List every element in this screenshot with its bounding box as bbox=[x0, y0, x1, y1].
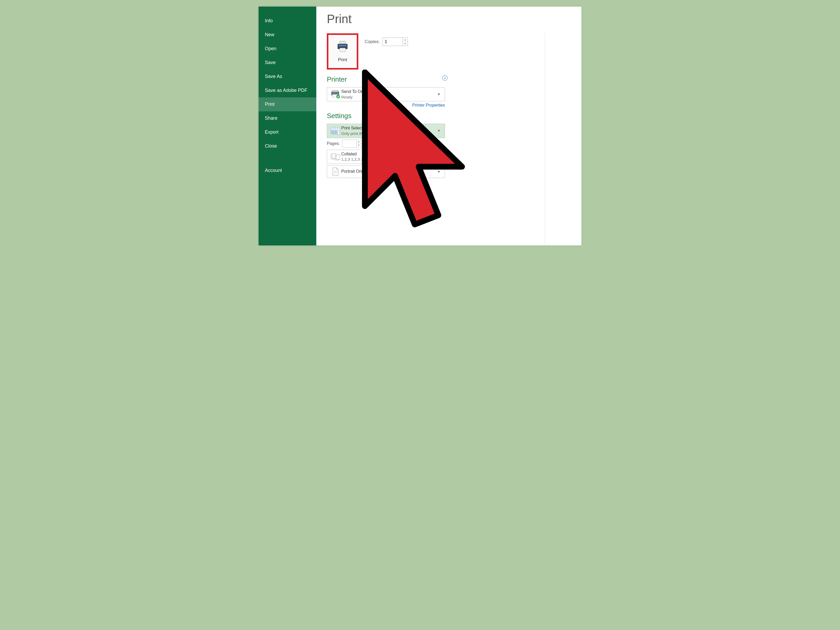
pages-range-row: Pages: ▲ ▼ to ▲ ▼ bbox=[327, 140, 445, 147]
sidebar-item-save-as-pdf[interactable]: Save as Adobe PDF bbox=[259, 84, 316, 97]
printer-ready-icon bbox=[330, 90, 341, 99]
down-icon[interactable]: ▼ bbox=[357, 144, 361, 147]
pages-to-label: to bbox=[363, 141, 367, 146]
svg-point-9 bbox=[336, 95, 340, 98]
chevron-down-icon: ▼ bbox=[436, 92, 442, 96]
copies-up-icon[interactable]: ▲ bbox=[403, 38, 408, 42]
copies-down-icon[interactable]: ▼ bbox=[403, 42, 408, 46]
print-button-label: Print bbox=[338, 57, 347, 63]
chevron-down-icon: ▼ bbox=[436, 170, 442, 174]
chevron-down-icon: ▼ bbox=[436, 129, 442, 133]
sidebar-item-open[interactable]: Open bbox=[259, 42, 316, 56]
copies-label: Copies: bbox=[365, 39, 380, 44]
svg-rect-7 bbox=[332, 90, 338, 92]
collate-icon bbox=[330, 153, 341, 161]
chevron-down-icon: ▼ bbox=[436, 155, 442, 159]
printer-name: Send To OneNote 2013 bbox=[341, 89, 436, 95]
backstage-sidebar: Info New Open Save Save As Save as Adobe… bbox=[259, 6, 316, 245]
printer-properties-link[interactable]: Printer Properties bbox=[327, 103, 445, 107]
sidebar-item-save[interactable]: Save bbox=[259, 56, 316, 69]
sidebar-item-print[interactable]: Print bbox=[259, 97, 316, 111]
up-icon[interactable]: ▲ bbox=[357, 140, 361, 144]
collate-selector[interactable]: Collated 1,2,3 1,2,3 1,2,3 ▼ bbox=[327, 150, 445, 164]
copies-control: Copies: ▲ ▼ bbox=[365, 38, 408, 46]
page-title: Print bbox=[327, 12, 571, 26]
sidebar-item-close[interactable]: Close bbox=[259, 139, 316, 153]
svg-rect-2 bbox=[339, 45, 346, 46]
printer-section-title: Printer bbox=[327, 75, 571, 84]
up-icon[interactable]: ▲ bbox=[384, 140, 388, 144]
sidebar-item-share[interactable]: Share bbox=[259, 111, 316, 125]
printer-icon bbox=[336, 41, 349, 53]
printer-selector[interactable]: Send To OneNote 2013 Ready ▼ bbox=[327, 87, 445, 101]
sidebar-item-account[interactable]: Account bbox=[259, 164, 316, 177]
sidebar-item-new[interactable]: New bbox=[259, 28, 316, 42]
sidebar-item-info[interactable]: Info bbox=[259, 14, 316, 28]
orientation-line1: Portrait Orientation bbox=[341, 169, 436, 174]
orientation-selector[interactable]: Portrait Orientation ▼ bbox=[327, 165, 445, 178]
printer-status: Ready bbox=[341, 95, 436, 100]
settings-section-title: Settings bbox=[327, 112, 571, 120]
print-scope-line2: Only print the current selecti... bbox=[341, 131, 436, 136]
pages-to-spinner[interactable]: ▲ ▼ bbox=[369, 140, 388, 147]
pages-label: Pages: bbox=[327, 141, 340, 146]
print-pane: Print Print bbox=[316, 6, 581, 245]
collate-line2: 1,2,3 1,2,3 1,2,3 bbox=[341, 157, 436, 162]
printer-info-icon[interactable]: i bbox=[442, 75, 448, 81]
portrait-page-icon bbox=[330, 167, 341, 176]
svg-rect-21 bbox=[336, 155, 340, 159]
svg-rect-17 bbox=[331, 131, 337, 134]
down-icon[interactable]: ▼ bbox=[384, 144, 388, 147]
print-scope-selector[interactable]: Print Selection Only print the current s… bbox=[327, 124, 445, 138]
grid-selection-icon bbox=[330, 127, 341, 134]
copies-input[interactable] bbox=[383, 38, 403, 46]
print-button[interactable]: Print bbox=[327, 33, 358, 69]
preview-divider bbox=[545, 33, 545, 245]
pages-from-input[interactable] bbox=[342, 140, 357, 147]
print-scope-line1: Print Selection bbox=[341, 125, 436, 131]
svg-rect-0 bbox=[339, 41, 346, 44]
svg-rect-3 bbox=[339, 48, 346, 52]
pages-to-input[interactable] bbox=[369, 140, 383, 147]
collate-line1: Collated bbox=[341, 152, 436, 157]
backstage-window: Info New Open Save Save As Save as Adobe… bbox=[259, 6, 581, 245]
pages-from-spinner[interactable]: ▲ ▼ bbox=[342, 140, 361, 147]
copies-spinner[interactable]: ▲ ▼ bbox=[382, 38, 408, 46]
sidebar-item-save-as[interactable]: Save As bbox=[259, 69, 316, 84]
sidebar-item-export[interactable]: Export bbox=[259, 125, 316, 139]
